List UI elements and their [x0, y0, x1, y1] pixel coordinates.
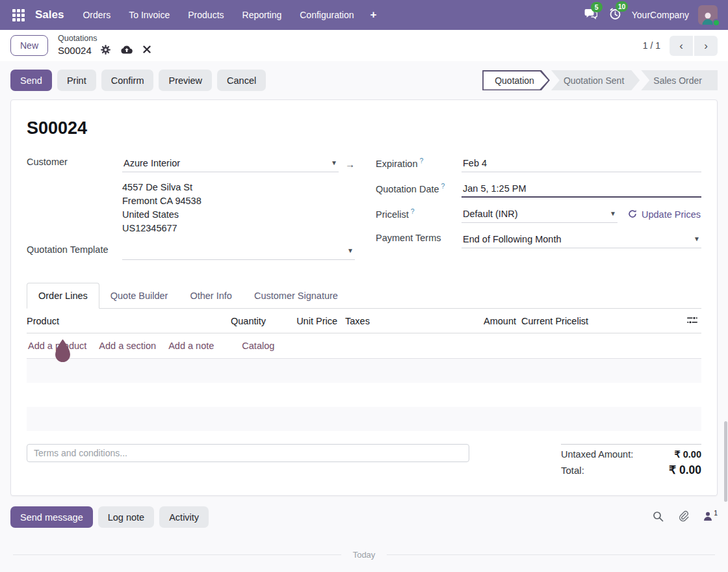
save-record-button[interactable] — [120, 44, 134, 57]
customer-field[interactable]: Azure Interior ▼ — [122, 155, 339, 172]
status-step-quotation[interactable]: Quotation — [482, 70, 550, 90]
log-note-button[interactable]: Log note — [98, 506, 154, 528]
empty-order-line-row — [27, 383, 701, 407]
menu-orders[interactable]: Orders — [74, 6, 119, 24]
help-icon: ? — [419, 157, 423, 164]
follower-person-icon — [703, 512, 712, 523]
messages-badge: 5 — [591, 2, 603, 12]
quotation-template-field[interactable]: ▼ — [122, 243, 355, 260]
total-value: ₹ 0.00 — [669, 463, 701, 477]
sliders-icon — [687, 316, 697, 326]
app-name[interactable]: Sales — [35, 8, 64, 21]
quotation-date-field[interactable]: Jan 5, 1:25 PM — [462, 181, 701, 198]
menu-to-invoice[interactable]: To Invoice — [120, 6, 178, 24]
close-icon — [143, 46, 151, 55]
plus-icon[interactable]: + — [364, 6, 384, 24]
record-actions-button[interactable] — [99, 44, 112, 58]
search-icon — [653, 511, 664, 524]
untaxed-amount-label: Untaxed Amount: — [561, 449, 633, 460]
help-icon: ? — [411, 207, 415, 215]
order-lines-add-row: Add a product Add a section Add a note C… — [27, 333, 701, 359]
column-product: Product — [27, 316, 207, 326]
tab-other-info[interactable]: Other Info — [179, 283, 242, 308]
terms-and-conditions-input[interactable] — [27, 444, 469, 462]
new-button[interactable]: New — [10, 35, 48, 56]
breadcrumb-quotations-link[interactable]: Quotations — [58, 34, 152, 44]
pager-previous-button[interactable]: ‹ — [670, 36, 693, 56]
add-a-section-link[interactable]: Add a section — [99, 341, 156, 351]
date-divider: Today — [0, 537, 728, 567]
followers-button[interactable]: 1 — [703, 512, 718, 523]
online-status-dot — [712, 19, 720, 27]
company-name[interactable]: YourCompany — [632, 10, 689, 20]
activities-button[interactable]: 10 — [608, 6, 623, 23]
chevron-left-icon: ‹ — [679, 40, 683, 52]
tab-order-lines[interactable]: Order Lines — [27, 283, 99, 309]
caret-down-icon[interactable]: ▼ — [342, 247, 354, 254]
optional-columns-button[interactable] — [686, 315, 699, 328]
cloud-upload-icon — [121, 46, 133, 56]
status-step-quotation-sent[interactable]: Quotation Sent — [551, 70, 640, 90]
add-a-note-link[interactable]: Add a note — [168, 341, 214, 351]
order-lines-header-row: Product Quantity Unit Price Taxes Amount… — [27, 309, 701, 333]
totals-block: Untaxed Amount: ₹ 0.00 Total: ₹ 0.00 — [561, 444, 701, 481]
pricelist-field[interactable]: Default (INR) ▼ — [462, 206, 618, 223]
send-message-button[interactable]: Send message — [10, 506, 93, 528]
tab-customer-signature[interactable]: Customer Signature — [243, 283, 349, 308]
pager-count: 1 / 1 — [643, 40, 660, 51]
cancel-button[interactable]: Cancel — [217, 70, 266, 91]
customer-address: 4557 De Silva St Fremont CA 94538 United… — [122, 181, 355, 235]
confirm-button[interactable]: Confirm — [101, 70, 154, 91]
status-step-sales-order[interactable]: Sales Order — [641, 70, 718, 90]
caret-down-icon[interactable]: ▼ — [604, 210, 616, 217]
chatter-message: Mitchell Admin 2:53 PM — [0, 567, 728, 572]
record-title: S00024 — [27, 118, 701, 138]
catalog-link[interactable]: Catalog — [242, 341, 274, 351]
menu-products[interactable]: Products — [179, 6, 232, 24]
attach-files-button[interactable] — [678, 510, 689, 524]
tab-quote-builder[interactable]: Quote Builder — [99, 283, 179, 308]
internal-link-icon[interactable]: → — [345, 159, 355, 170]
vertical-scrollbar[interactable] — [724, 421, 727, 502]
print-button[interactable]: Print — [57, 70, 96, 91]
send-button[interactable]: Send — [10, 70, 52, 91]
empty-order-line-row — [27, 407, 701, 431]
column-current-pricelist: Current Pricelist — [516, 316, 672, 326]
breadcrumb: Quotations S00024 — [58, 34, 152, 58]
record-pager: 1 / 1 ‹ › — [643, 36, 718, 56]
preview-button[interactable]: Preview — [159, 70, 212, 91]
expiration-field[interactable]: Feb 4 — [462, 155, 701, 172]
gear-icon — [101, 45, 110, 57]
column-amount: Amount — [441, 316, 516, 326]
untaxed-amount-value: ₹ 0.00 — [675, 449, 701, 460]
menu-reporting[interactable]: Reporting — [234, 6, 291, 24]
menu-configuration[interactable]: Configuration — [291, 6, 362, 24]
caret-down-icon[interactable]: ▼ — [326, 159, 337, 166]
user-avatar[interactable] — [698, 5, 718, 25]
messages-button[interactable]: 5 — [583, 7, 599, 23]
update-prices-button[interactable]: Update Prices — [628, 206, 701, 223]
payment-terms-field[interactable]: End of Following Month ▼ — [462, 231, 701, 248]
search-messages-button[interactable] — [653, 511, 664, 524]
help-icon: ? — [441, 182, 445, 190]
apps-menu-button[interactable] — [6, 3, 30, 27]
caret-down-icon[interactable]: ▼ — [688, 235, 700, 242]
status-bar: Quotation Quotation Sent Sales Order — [481, 70, 718, 90]
column-taxes: Taxes — [337, 316, 441, 326]
chatter-toolbar: Send message Log note Activity 1 — [0, 496, 728, 537]
pager-next-button[interactable]: › — [694, 36, 718, 56]
activity-button[interactable]: Activity — [159, 506, 209, 528]
quotation-template-label: Quotation Template — [27, 243, 122, 260]
date-divider-label: Today — [353, 550, 376, 560]
payment-terms-label: Payment Terms — [376, 231, 462, 248]
expiration-label: Expiration? — [376, 155, 462, 172]
main-menu: Orders To Invoice Products Reporting Con… — [74, 6, 383, 24]
discard-changes-button[interactable] — [142, 44, 152, 57]
empty-order-line-row — [27, 359, 701, 383]
total-label: Total: — [561, 465, 584, 476]
action-bar: Send Print Confirm Preview Cancel Quotat… — [0, 61, 728, 99]
followers-count: 1 — [714, 509, 718, 517]
control-panel-breadcrumb: New Quotations S00024 — [0, 30, 728, 61]
column-unit-price: Unit Price — [266, 316, 337, 326]
apps-grid-icon — [12, 9, 25, 21]
